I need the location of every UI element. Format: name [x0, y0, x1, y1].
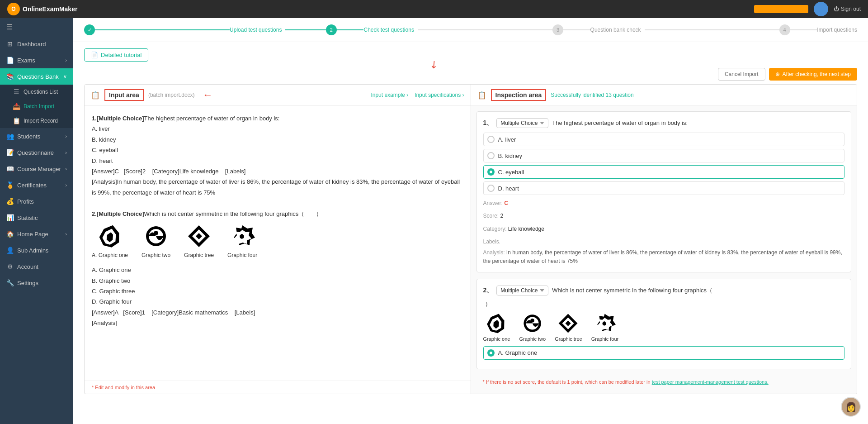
sidebar-item-settings[interactable]: 🔧 Settings: [0, 275, 73, 291]
inspection-panel-title: Inspection area: [491, 89, 547, 101]
graphic-one: A. Graphic one: [92, 224, 128, 261]
insp-graphic-two-label: Graphic two: [519, 336, 546, 342]
next-step-button[interactable]: ⊕ After checking, the next step: [769, 68, 857, 81]
sidebar-item-import-record[interactable]: 📋 Import Record: [0, 114, 73, 128]
question-card-1: 1、 Multiple Choice Single Choice True/Fa…: [476, 111, 852, 272]
q1-text: 1.[Multiple Choice]The highest percentag…: [92, 113, 463, 124]
step3-label: Question bank check: [590, 27, 641, 33]
question-2-input: 2.[Multiple Choice]Which is not center s…: [92, 209, 463, 328]
q1-option-b[interactable]: B. kidney: [483, 149, 845, 162]
svg-point-5: [154, 231, 158, 235]
input-panel-subtitle: (batch import.docx): [148, 92, 195, 98]
power-icon: ⏻: [834, 6, 839, 12]
inspection-panel: 📋 Inspection area Successfully identifie…: [471, 85, 857, 394]
q2-options: A. Graphic one B. Graphic two C. Graphic…: [92, 265, 463, 307]
q1-analysis-insp: Analysis: In human body, the percentage …: [483, 248, 845, 266]
record-icon: 📋: [13, 117, 20, 124]
step4-line: [790, 29, 817, 30]
q1-option-a[interactable]: A. liver: [483, 133, 845, 146]
certificates-icon: 🏅: [6, 181, 14, 189]
inspection-panel-header: 📋 Inspection area Successfully identifie…: [471, 85, 857, 106]
chevron-icon: ›: [65, 150, 67, 155]
statistic-icon: 📊: [6, 214, 14, 221]
sub-admins-icon: 👤: [6, 247, 14, 254]
q1-card-header: 1、 Multiple Choice Single Choice True/Fa…: [483, 118, 845, 128]
exams-icon: 📄: [6, 57, 14, 64]
content-area: 📄 Detailed tutorial Cancel Import ⊕ Afte…: [73, 42, 868, 424]
svg-point-14: [530, 319, 534, 323]
dashboard-icon: ⊞: [6, 40, 14, 48]
graphic-two-svg: [144, 224, 169, 249]
account-icon: ⚙: [6, 263, 14, 270]
sidebar-item-questions-list[interactable]: ☰ Questions List: [0, 85, 73, 99]
sidebar-item-questions-bank[interactable]: 📚 Questions Bank ∨: [0, 68, 73, 85]
sidebar-item-profits[interactable]: 💰 Profits: [0, 193, 73, 210]
q1-option-c[interactable]: C. eyeball: [483, 165, 845, 179]
main-content: ✓ Upload test questions 2 Check test que…: [73, 18, 868, 424]
sidebar-item-home-page[interactable]: 🏠 Home Page ›: [0, 226, 73, 242]
q1-category: Category: Life knowledge: [483, 224, 845, 233]
q1-option-d[interactable]: D. heart: [483, 181, 845, 195]
list-icon: ☰: [13, 88, 20, 95]
input-panel-icon: 📋: [91, 91, 100, 100]
questions-bank-submenu: ☰ Questions List 📥 Batch Import 📋 Import…: [0, 85, 73, 128]
sidebar-item-statistic[interactable]: 📊 Statistic: [0, 210, 73, 226]
sidebar-item-dashboard[interactable]: ⊞ Dashboard: [0, 36, 73, 52]
graphic-tree: Graphic tree: [184, 224, 214, 261]
signout-button[interactable]: ⏻ Sign out: [834, 6, 861, 12]
step1-line: [95, 29, 230, 30]
top-nav: O OnlineExamMaker ⏻ Sign out: [0, 0, 868, 18]
questionnaire-icon: 📝: [6, 149, 14, 156]
logo-text: OnlineExamMaker: [23, 5, 77, 13]
insp-graphic-two-svg: [522, 313, 543, 334]
insp-graphic-four-label: Graphic four: [591, 336, 619, 342]
step1-circle: ✓: [84, 24, 95, 35]
sidebar-item-course-manager[interactable]: 📖 Course Manager ›: [0, 161, 73, 177]
chevron-icon: ›: [65, 182, 67, 188]
avatar-corner[interactable]: 👩: [841, 397, 861, 417]
insp-graphic-four: Graphic four: [591, 313, 619, 342]
hamburger-button[interactable]: ☰: [0, 18, 73, 36]
home-icon: 🏠: [6, 230, 14, 238]
q1-radio-a: [487, 136, 495, 143]
input-panel-header: 📋 Input area (batch import.docx) ← Input…: [85, 85, 471, 106]
chevron-down-icon: ∨: [63, 74, 67, 80]
input-panel: 📋 Input area (batch import.docx) ← Input…: [85, 85, 471, 394]
questions-bank-icon: 📚: [6, 73, 14, 80]
tutorial-button[interactable]: 📄 Detailed tutorial: [84, 48, 148, 62]
progress-bar: [754, 5, 808, 13]
import-icon: 📥: [13, 103, 20, 110]
q2-type-select[interactable]: Multiple Choice Single Choice True/False…: [496, 286, 548, 295]
user-avatar: [814, 2, 828, 16]
sidebar-item-exams[interactable]: 📄 Exams ›: [0, 52, 73, 68]
step2-line: [337, 29, 364, 30]
cancel-import-button[interactable]: Cancel Import: [718, 68, 765, 81]
settings-icon: 🔧: [6, 279, 14, 286]
step4-circle: 4: [779, 24, 790, 35]
graphics-row: A. Graphic one Graphic two: [92, 224, 463, 261]
sidebar-item-account[interactable]: ⚙ Account: [0, 258, 73, 275]
input-panel-title: Input area: [104, 89, 144, 101]
inspection-content: 1、 Multiple Choice Single Choice True/Fa…: [471, 106, 857, 394]
sidebar-item-sub-admins[interactable]: 👤 Sub Admins: [0, 242, 73, 258]
input-content[interactable]: 1.[Multiple Choice]The highest percentag…: [85, 106, 471, 381]
footer-link[interactable]: test paper management-management test qu…: [652, 379, 769, 385]
step4-label: Import questions: [817, 27, 857, 33]
q1-type-select[interactable]: Multiple Choice Single Choice True/False…: [496, 118, 548, 128]
sidebar-item-batch-import[interactable]: 📥 Batch Import: [0, 99, 73, 114]
panels-row: 📋 Input area (batch import.docx) ← Input…: [84, 84, 857, 394]
sidebar-item-questionnaire[interactable]: 📝 Questionnaire ›: [0, 144, 73, 161]
step1-label: Upload test questions: [230, 27, 282, 33]
inspection-panel-icon: 📋: [477, 91, 486, 100]
graphic-tree-label: Graphic tree: [184, 251, 214, 261]
circle-plus-icon: ⊕: [775, 71, 780, 77]
q2-text: 2.[Multiple Choice]Which is not center s…: [92, 209, 463, 219]
q2-option-a-selected[interactable]: A. Graphic one: [483, 346, 845, 360]
insp-graphic-four-svg: [594, 313, 616, 334]
input-example-link[interactable]: Input example ›: [371, 92, 408, 98]
input-specs-link[interactable]: Input specifications ›: [415, 92, 464, 98]
q1-options-insp: A. liver B. kidney C. eyeball: [483, 133, 845, 195]
insp-graphic-tree-label: Graphic tree: [555, 336, 582, 342]
sidebar-item-students[interactable]: 👥 Students ›: [0, 128, 73, 144]
sidebar-item-certificates[interactable]: 🏅 Certificates ›: [0, 177, 73, 193]
